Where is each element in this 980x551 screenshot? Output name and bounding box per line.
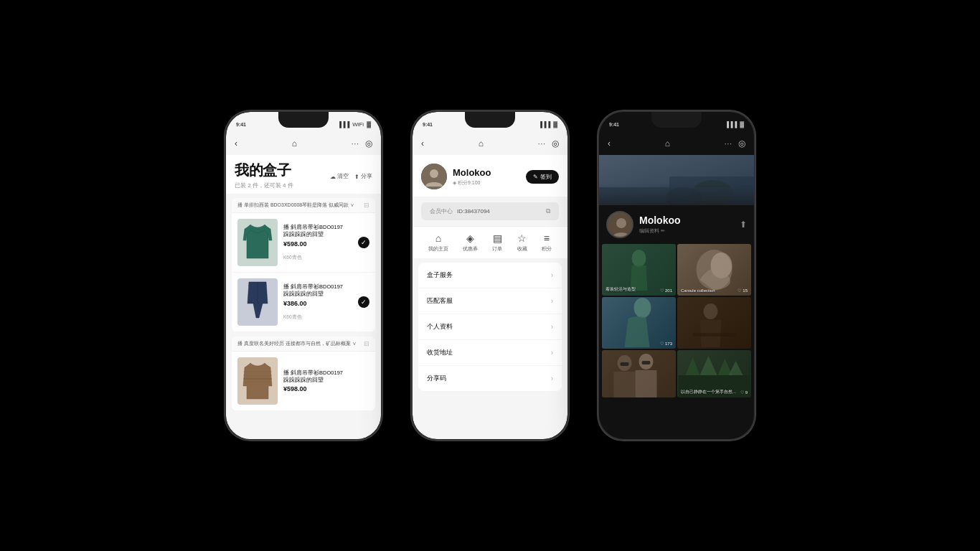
scan-button[interactable]: ◎ — [365, 138, 372, 149]
signal-icon: ▐▐▐ — [337, 121, 349, 128]
check-icon-2[interactable]: ✓ — [358, 296, 369, 308]
product-price-2: ¥386.00 — [283, 300, 352, 307]
menu-item-address[interactable]: 收货地址 › — [418, 340, 562, 366]
more-button-2[interactable]: ··· — [538, 140, 546, 148]
edit-icon: ✏ — [661, 228, 665, 234]
svg-point-21 — [704, 303, 718, 319]
edit-label: 编辑资料 — [639, 227, 659, 235]
points-icon: ≡ — [544, 232, 550, 244]
menu-item-stylist[interactable]: 匹配客服 › — [418, 288, 562, 314]
group-delete-icon-2[interactable]: ⊟ — [364, 340, 369, 347]
menu-list: 盒子服务 › 匹配客服 › 个人资料 › 收货地址 › 分享码 › — [418, 263, 562, 391]
home-label: 我的主页 — [428, 245, 448, 253]
share-button[interactable]: ⬆ 分享 — [354, 173, 372, 180]
product-price-3: ¥598.00 — [283, 385, 369, 392]
photo-cell-4[interactable] — [677, 297, 751, 349]
clear-button[interactable]: ☁ 清空 — [330, 173, 349, 180]
check-icon-1[interactable]: ✓ — [358, 237, 369, 248]
photo-cell-2[interactable]: Caroule collection ♡ 15 — [677, 244, 751, 296]
profile-name-area: Molokoo ◈ 积分9:100 — [453, 167, 526, 187]
header-bg-image — [599, 155, 754, 205]
svg-rect-13 — [669, 176, 754, 198]
product-item-3[interactable]: 播 斜肩吊带衫BDO0197 跺跺跺跺的回望 ¥598.00 — [232, 352, 375, 411]
chevron-box: › — [551, 271, 553, 279]
back-button-3[interactable]: ‹ — [608, 138, 611, 149]
nav-coupon[interactable]: ◈ 优惠券 — [463, 232, 478, 253]
order-label: 订单 — [492, 245, 502, 253]
group-header-text-1: 播 单排扣西装 BDO3XD0008琴鞋是降落 似威同款 ∨ — [237, 202, 354, 209]
home-icon: ⌂ — [435, 232, 441, 244]
product-tag-2: K60青色 — [283, 314, 352, 321]
chevron-address: › — [551, 349, 553, 357]
photo-count-2: ♡ 15 — [738, 288, 748, 293]
coupon-label: 优惠券 — [463, 245, 478, 253]
product-tag-1: K60青色 — [283, 255, 352, 261]
svg-rect-25 — [621, 362, 629, 366]
nav-order[interactable]: ▤ 订单 — [492, 232, 502, 253]
copy-icon[interactable]: ⧉ — [546, 207, 550, 215]
product-info-3: 播 斜肩吊带衫BDO0197 跺跺跺跺的回望 ¥598.00 — [283, 369, 369, 393]
chevron-stylist: › — [551, 297, 553, 305]
signal-icon-2: ▐▐▐ — [538, 121, 550, 128]
menu-item-profile[interactable]: 个人资料 › — [418, 314, 562, 340]
nav-bar-2: ‹ ⌂ ··· ◎ — [413, 132, 567, 155]
signal-icon-3: ▐▐▐ — [725, 121, 737, 128]
photo-cell-3[interactable]: ♡ 173 — [602, 297, 676, 349]
home-button[interactable]: ⌂ — [292, 138, 297, 149]
page-title: 我的盒子 — [235, 161, 291, 180]
svg-point-11 — [691, 180, 734, 205]
product-item-2[interactable]: 播 斜肩吊带衫BDO0197 跺跺跺跺的回望 ¥386.00 K60青色 ✓ — [232, 273, 375, 332]
product-name-2: 播 斜肩吊带衫BDO0197 跺跺跺跺的回望 — [283, 283, 352, 298]
sign-button[interactable]: ✎ 签到 — [526, 170, 559, 184]
menu-label-profile: 个人资料 — [427, 322, 453, 331]
phone3-name-area: Molokoo 编辑资料 ✏ — [639, 215, 740, 235]
status-bar-2: 9:41 ▐▐▐ ▓ — [413, 112, 567, 132]
svg-point-9 — [430, 169, 438, 178]
profile-header: Molokoo ◈ 积分9:100 ✎ 签到 — [413, 155, 567, 197]
svg-point-12 — [666, 187, 702, 205]
home-button-2[interactable]: ⌂ — [479, 138, 484, 149]
member-center-label: 会员中心 — [430, 208, 453, 215]
menu-item-box[interactable]: 盒子服务 › — [418, 263, 562, 288]
collect-icon: ☆ — [517, 232, 527, 244]
photo-cell-6[interactable]: 以自己静静在一个第手自然… ♡ 9 — [677, 350, 751, 397]
time-3: 9:41 — [609, 122, 619, 127]
svg-point-16 — [616, 218, 626, 228]
product-item-1[interactable]: 播 斜肩吊带衫BDO0197 跺跺跺跺的回望 ¥598.00 K60青色 ✓ — [232, 213, 375, 273]
heart-icon-6: ♡ — [740, 390, 744, 395]
back-button[interactable]: ‹ — [235, 138, 237, 149]
photo-count-1: ♡ 201 — [660, 288, 672, 293]
phone-3: 9:41 ▐▐▐ ▓ ‹ ⌂ ··· ◎ — [598, 110, 755, 441]
collect-label: 收藏 — [517, 245, 527, 253]
profile-level: ◈ 积分9:100 — [453, 179, 526, 187]
svg-point-20 — [634, 298, 651, 318]
profile-avatar — [421, 164, 447, 189]
photo-cell-5[interactable] — [602, 350, 676, 397]
menu-item-share[interactable]: 分享码 › — [418, 366, 562, 391]
photo-cell-1[interactable]: 着装轻活与造型 ♡ 201 — [602, 244, 676, 296]
product-info-1: 播 斜肩吊带衫BDO0197 跺跺跺跺的回望 ¥598.00 K60青色 — [283, 224, 352, 261]
profile-nav-row: ⌂ 我的主页 ◈ 优惠券 ▤ 订单 ☆ 收藏 ≡ 积分 — [413, 226, 567, 258]
group-delete-icon[interactable]: ⊟ — [364, 202, 369, 209]
menu-label-address: 收货地址 — [427, 348, 453, 357]
product-info-2: 播 斜肩吊带衫BDO0197 跺跺跺跺的回望 ¥386.00 K60青色 — [283, 283, 352, 321]
share-icon-3[interactable]: ⬆ — [740, 220, 747, 230]
nav-home[interactable]: ⌂ 我的主页 — [428, 232, 448, 253]
home-button-3[interactable]: ⌂ — [665, 138, 670, 149]
heart-icon-3: ♡ — [660, 341, 664, 346]
nav-points[interactable]: ≡ 积分 — [542, 232, 552, 253]
phone3-profile-row: Molokoo 编辑资料 ✏ ⬆ — [599, 205, 754, 242]
more-button-3[interactable]: ··· — [725, 140, 732, 148]
svg-rect-14 — [599, 187, 754, 205]
scan-button-3[interactable]: ◎ — [738, 138, 745, 149]
scan-button-2[interactable]: ◎ — [552, 138, 559, 149]
time-2: 9:41 — [423, 122, 433, 127]
more-button[interactable]: ··· — [352, 140, 359, 148]
product-price-1: ¥598.00 — [283, 240, 352, 248]
product-image-1 — [237, 219, 278, 266]
back-button-2[interactable]: ‹ — [421, 138, 424, 149]
wifi-icon: WiFi — [352, 121, 364, 128]
photo-label-6: 以自己静静在一个第手自然… — [681, 390, 737, 395]
nav-collect[interactable]: ☆ 收藏 — [517, 232, 527, 253]
menu-label-box: 盒子服务 — [427, 270, 453, 280]
